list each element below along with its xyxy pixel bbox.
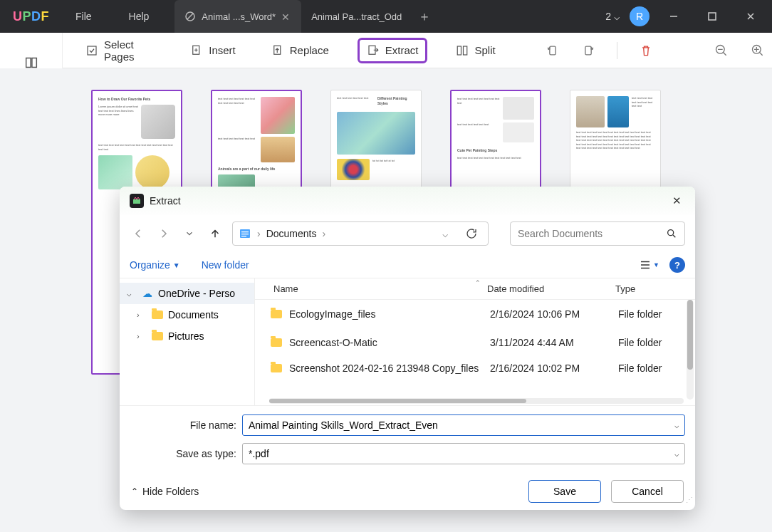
horizontal-scrollbar[interactable]	[269, 398, 684, 404]
svg-rect-17	[585, 46, 591, 55]
thumb-title: Different Painting Styles	[377, 96, 415, 106]
chevron-down-icon[interactable]: ⌵	[442, 228, 448, 239]
extract-button[interactable]: Extract	[358, 38, 428, 63]
insert-button[interactable]: Insert	[183, 40, 243, 61]
nav-forward-button[interactable]	[155, 225, 172, 242]
svg-rect-22	[241, 231, 249, 232]
resize-grip[interactable]: ⋰	[683, 498, 693, 508]
nav-back-button[interactable]	[130, 225, 147, 242]
hide-folders-toggle[interactable]: ⌃ Hide Folders	[131, 486, 199, 497]
cancel-button[interactable]: Cancel	[611, 480, 684, 503]
chevron-right-icon: ›	[137, 311, 147, 319]
refresh-button[interactable]	[465, 227, 482, 240]
thumb-title: Cute Pet Painting Steps	[457, 148, 534, 153]
folder-tree: ⌵ ☁ OneDrive - Perso › Documents › Pictu…	[120, 278, 255, 405]
breadcrumb-current: Documents	[266, 228, 317, 239]
tree-onedrive[interactable]: ⌵ ☁ OneDrive - Perso	[120, 283, 254, 304]
thumb-caption: Animals are a part of our daily life	[218, 167, 295, 172]
app-logo: UPDF	[0, 9, 57, 24]
tab-inactive[interactable]: Animal Pa...tract_Odd	[301, 0, 412, 33]
menu-help[interactable]: Help	[110, 0, 168, 33]
zoom-in-button[interactable]	[751, 42, 765, 59]
chevron-down-icon: ⌵	[614, 11, 620, 22]
tree-documents[interactable]: › Documents	[120, 304, 254, 325]
dialog-body: ⌵ ☁ OneDrive - Perso › Documents › Pictu…	[120, 278, 695, 405]
select-pages-label: Select Pages	[104, 38, 155, 63]
svg-rect-15	[464, 46, 467, 55]
insert-label: Insert	[209, 44, 236, 56]
rotate-right-button[interactable]	[581, 42, 595, 59]
file-row[interactable]: Screenshot 2024-02-16 213948 Copy_files …	[255, 357, 695, 380]
organize-dropdown[interactable]: Organize ▼	[130, 259, 180, 271]
tab-inactive-label: Animal Pa...tract_Odd	[311, 11, 402, 22]
dialog-title-text: Extract	[150, 195, 181, 207]
nav-recent-button[interactable]	[181, 225, 198, 242]
column-type[interactable]: Type	[615, 283, 695, 294]
new-tab-button[interactable]: ＋	[412, 0, 437, 33]
saveas-select[interactable]	[242, 443, 685, 464]
svg-rect-2	[709, 13, 716, 20]
column-date[interactable]: Date modified	[487, 283, 615, 294]
caret-down-icon: ▼	[653, 261, 659, 268]
insert-icon	[190, 44, 203, 57]
svg-rect-10	[88, 46, 96, 55]
tree-item-label: Pictures	[168, 330, 204, 342]
rotate-left-button[interactable]	[546, 42, 560, 59]
search-box[interactable]	[510, 221, 685, 246]
page-toolbar: Select Pages Insert Replace Extract Spli…	[0, 33, 772, 68]
window-maximize-button[interactable]	[698, 2, 726, 31]
document-icon	[184, 11, 196, 22]
svg-rect-24	[241, 236, 246, 236]
new-folder-button[interactable]: New folder	[202, 259, 249, 271]
file-row[interactable]: Screencast-O-Matic 3/11/2024 4:44 AM Fil…	[255, 328, 695, 357]
view-mode-button[interactable]: ▼	[639, 259, 659, 271]
folder-icon	[151, 308, 164, 321]
filename-input[interactable]	[242, 414, 685, 436]
select-icon	[85, 44, 98, 57]
dialog-inputs: File name: ⌵ Save as type: ⌵	[120, 405, 695, 473]
folder-icon	[151, 330, 164, 343]
save-button[interactable]: Save	[528, 480, 601, 503]
split-icon	[456, 44, 469, 57]
thumb-title: How to Draw Our Favorite Pets	[98, 97, 175, 102]
column-name[interactable]: Name	[273, 283, 487, 294]
app-small-icon	[130, 194, 144, 208]
dialog-nav-row: › Documents › ⌵	[120, 215, 695, 252]
folder-icon	[271, 310, 282, 318]
dialog-close-button[interactable]: ✕	[668, 194, 685, 207]
select-pages-button[interactable]: Select Pages	[78, 34, 162, 67]
help-button[interactable]: ?	[669, 257, 685, 273]
chevron-right-icon: ›	[257, 228, 261, 239]
filename-label: File name:	[130, 419, 236, 431]
user-avatar[interactable]: R	[630, 6, 650, 26]
chevron-up-icon: ⌃	[131, 486, 138, 496]
zoom-out-button[interactable]	[714, 42, 729, 59]
nav-up-button[interactable]	[207, 225, 224, 242]
replace-button[interactable]: Replace	[264, 40, 336, 61]
search-input[interactable]	[518, 228, 660, 239]
tab-active[interactable]: Animal ...s_Word* ✕	[174, 0, 301, 33]
tree-pictures[interactable]: › Pictures	[120, 325, 254, 347]
extract-label: Extract	[385, 44, 419, 56]
menu-file[interactable]: File	[57, 0, 110, 33]
file-row[interactable]: EcologyImage_files 2/16/2024 10:06 PM Fi…	[255, 300, 695, 328]
folder-blue-icon	[239, 227, 251, 240]
sort-indicator-icon: ⌃	[475, 279, 481, 286]
tree-item-label: Documents	[168, 309, 219, 320]
window-close-button[interactable]	[736, 2, 765, 31]
saveas-label: Save as type:	[130, 448, 236, 459]
svg-rect-16	[550, 46, 555, 55]
window-minimize-button[interactable]	[659, 2, 688, 31]
folder-icon	[271, 338, 282, 347]
tab-close-icon[interactable]: ✕	[281, 11, 291, 21]
tab-active-label: Animal ...s_Word*	[202, 11, 276, 22]
svg-rect-23	[241, 234, 249, 234]
vertical-scrollbar[interactable]	[687, 300, 694, 400]
svg-rect-14	[458, 46, 461, 55]
page-count-dropdown[interactable]: 2 ⌵	[605, 11, 620, 22]
tab-strip: Animal ...s_Word* ✕ Animal Pa...tract_Od…	[174, 0, 437, 33]
delete-page-button[interactable]	[639, 42, 653, 59]
dialog-footer: ⌃ Hide Folders Save Cancel	[120, 473, 695, 510]
split-button[interactable]: Split	[449, 40, 502, 61]
breadcrumb-path[interactable]: › Documents › ⌵	[232, 221, 489, 246]
